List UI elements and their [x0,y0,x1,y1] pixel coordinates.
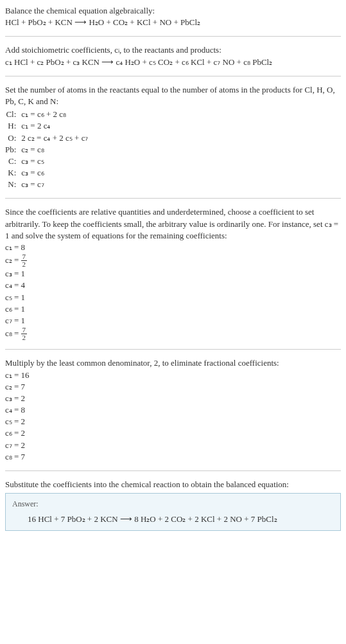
answer-label: Answer: [12,499,334,510]
stoich-equation: c₁ HCl + c₂ PbO₂ + c₃ KCN ⟶ c₄ H₂O + c₅ … [5,57,341,68]
coef-row: c₃ = 1 [5,268,341,280]
coef-row: c₁ = 8 [5,242,341,253]
stoich-section: Add stoichiometric coefficients, cᵢ, to … [5,44,341,67]
problem-statement: Balance the chemical equation algebraica… [5,5,341,28]
atoms-intro: Set the number of atoms in the reactants… [5,84,341,107]
element-cell: N: [5,179,21,190]
unbalanced-equation: HCl + PbO₂ + KCN ⟶ H₂O + CO₂ + KCl + NO … [5,17,341,28]
table-row: N:c₃ = c₇ [5,179,92,190]
equation-cell: c₂ = c₈ [21,144,92,156]
coef-row: c₃ = 2 [5,393,341,404]
underdetermined-section: Since the coefficients are relative quan… [5,206,341,341]
coef-row: c₁ = 16 [5,370,341,381]
atom-equations-table: Cl:c₁ = c₆ + 2 c₈ H:c₁ = 2 c₄ O:2 c₂ = c… [5,109,92,190]
lcd-section: Multiply by the least common denominator… [5,357,341,463]
balanced-equation: 16 HCl + 7 PbO₂ + 2 KCN ⟶ 8 H₂O + 2 CO₂ … [12,514,334,525]
coef-row: c₄ = 4 [5,280,341,291]
coef-row: c₅ = 2 [5,416,341,427]
answer-box: Answer: 16 HCl + 7 PbO₂ + 2 KCN ⟶ 8 H₂O … [5,493,341,531]
table-row: O:2 c₂ = c₄ + 2 c₅ + c₇ [5,132,92,144]
lcd-intro: Multiply by the least common denominator… [5,357,341,369]
divider [5,198,341,199]
equation-cell: c₃ = c₆ [21,167,92,179]
atoms-section: Set the number of atoms in the reactants… [5,84,341,191]
divider [5,36,341,37]
coef-row: c₂ = 7 [5,381,341,393]
divider [5,349,341,350]
equation-cell: c₁ = 2 c₄ [21,120,92,132]
fraction: 72 [21,326,28,341]
element-cell: C: [5,156,21,167]
coef-row: c₈ = 72 [5,326,341,341]
coef-row: c₆ = 2 [5,427,341,439]
stoich-intro: Add stoichiometric coefficients, cᵢ, to … [5,44,341,56]
table-row: H:c₁ = 2 c₄ [5,120,92,132]
equation-cell: c₁ = c₆ + 2 c₈ [21,109,92,120]
element-cell: H: [5,120,21,132]
coef-row: c₇ = 1 [5,315,341,326]
coef-row: c₂ = 72 [5,253,341,268]
title: Balance the chemical equation algebraica… [5,5,341,17]
table-row: Pb:c₂ = c₈ [5,144,92,156]
equation-cell: 2 c₂ = c₄ + 2 c₅ + c₇ [21,132,92,144]
element-cell: K: [5,167,21,179]
equation-cell: c₃ = c₅ [21,156,92,167]
table-row: Cl:c₁ = c₆ + 2 c₈ [5,109,92,120]
table-row: K:c₃ = c₆ [5,167,92,179]
divider [5,76,341,76]
subst-intro: Substitute the coefficients into the che… [5,479,341,490]
coefficient-list-2: c₁ = 16 c₂ = 7 c₃ = 2 c₄ = 8 c₅ = 2 c₆ =… [5,370,341,463]
coefficient-list-1: c₁ = 8 c₂ = 72 c₃ = 1 c₄ = 4 c₅ = 1 c₆ =… [5,242,341,341]
coef-row: c₈ = 7 [5,451,341,463]
coef-row: c₇ = 2 [5,440,341,451]
coef-row: c₆ = 1 [5,303,341,315]
divider [5,470,341,471]
coef-row: c₅ = 1 [5,292,341,303]
element-cell: Pb: [5,144,21,156]
coef-row: c₄ = 8 [5,404,341,416]
underdet-text: Since the coefficients are relative quan… [5,206,341,242]
element-cell: O: [5,132,21,144]
table-row: C:c₃ = c₅ [5,156,92,167]
equation-cell: c₃ = c₇ [21,179,92,190]
fraction: 72 [21,253,28,268]
element-cell: Cl: [5,109,21,120]
substitute-section: Substitute the coefficients into the che… [5,479,341,531]
